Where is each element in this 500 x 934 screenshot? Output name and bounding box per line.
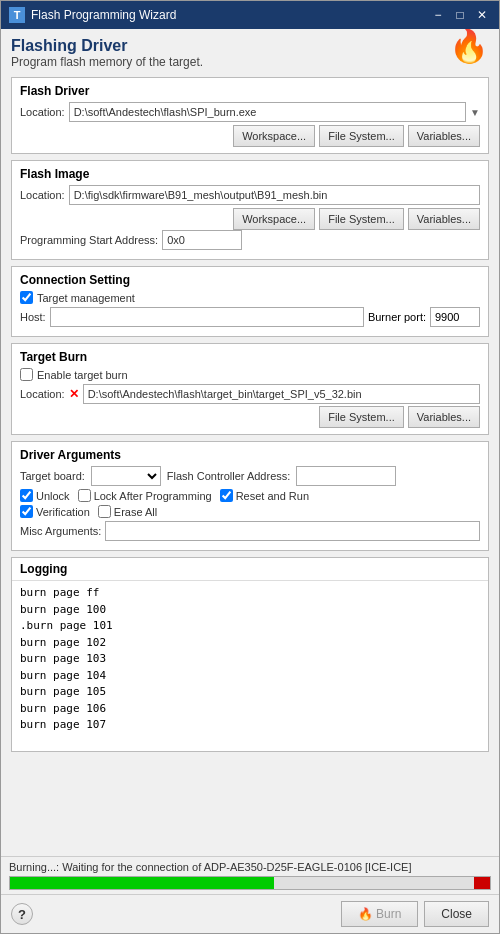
lock-after-checkbox[interactable] bbox=[78, 489, 91, 502]
reset-run-label: Reset and Run bbox=[236, 490, 309, 502]
flash-image-location-input[interactable] bbox=[69, 185, 480, 205]
connection-section: Connection Setting Target management Hos… bbox=[11, 266, 489, 337]
target-burn-title: Target Burn bbox=[20, 350, 480, 364]
maximize-button[interactable]: □ bbox=[451, 6, 469, 24]
status-message: Burning...: Waiting for the connection o… bbox=[9, 861, 491, 873]
lock-after-label-group: Lock After Programming bbox=[78, 489, 212, 502]
misc-args-row: Misc Arguments: bbox=[20, 521, 480, 541]
target-burn-btn-row: File System... Variables... bbox=[20, 406, 480, 428]
progress-container bbox=[9, 876, 491, 890]
target-management-checkbox[interactable] bbox=[20, 291, 33, 304]
flash-image-btn-row: Workspace... File System... Variables... bbox=[20, 208, 480, 230]
erase-all-checkbox[interactable] bbox=[98, 505, 111, 518]
window-title: Flash Programming Wizard bbox=[31, 8, 176, 22]
target-board-label: Target board: bbox=[20, 470, 85, 482]
target-burn-filesystem-button[interactable]: File System... bbox=[319, 406, 404, 428]
unlock-label: Unlock bbox=[36, 490, 70, 502]
host-label: Host: bbox=[20, 311, 46, 323]
app-icon: T bbox=[9, 7, 25, 23]
misc-args-input[interactable] bbox=[105, 521, 480, 541]
misc-args-label: Misc Arguments: bbox=[20, 525, 101, 537]
target-burn-location-input[interactable] bbox=[83, 384, 480, 404]
flash-driver-variables-button[interactable]: Variables... bbox=[408, 125, 480, 147]
flash-image-section: Flash Image Location: Workspace... File … bbox=[11, 160, 489, 260]
page-title: Flashing Driver bbox=[11, 37, 489, 55]
target-board-row: Target board: Flash Controller Address: bbox=[20, 466, 480, 486]
minimize-button[interactable]: − bbox=[429, 6, 447, 24]
logging-content[interactable]: burn page ffburn page 100.burn page 101b… bbox=[12, 581, 488, 751]
flash-image-location-row: Location: bbox=[20, 185, 480, 205]
flash-driver-section: Flash Driver Location: ▼ Workspace... Fi… bbox=[11, 77, 489, 154]
flash-driver-btn-row: Workspace... File System... Variables... bbox=[20, 125, 480, 147]
page-header: 🔥 Flashing Driver Program flash memory o… bbox=[11, 37, 489, 69]
erase-all-label: Erase All bbox=[114, 506, 157, 518]
title-bar: T Flash Programming Wizard − □ ✕ bbox=[1, 1, 499, 29]
start-address-input[interactable] bbox=[162, 230, 242, 250]
flash-image-location-label: Location: bbox=[20, 189, 65, 201]
flash-driver-workspace-button[interactable]: Workspace... bbox=[233, 125, 315, 147]
close-window-button[interactable]: ✕ bbox=[473, 6, 491, 24]
driver-args-section: Driver Arguments Target board: Flash Con… bbox=[11, 441, 489, 551]
host-input[interactable] bbox=[50, 307, 364, 327]
flash-controller-label: Flash Controller Address: bbox=[167, 470, 291, 482]
close-button[interactable]: Close bbox=[424, 901, 489, 927]
flash-driver-location-input[interactable] bbox=[69, 102, 466, 122]
enable-target-burn-label: Enable target burn bbox=[37, 369, 128, 381]
burner-port-input[interactable] bbox=[430, 307, 480, 327]
erase-all-label-group: Erase All bbox=[98, 505, 157, 518]
title-bar-controls: − □ ✕ bbox=[429, 6, 491, 24]
flash-controller-input[interactable] bbox=[296, 466, 396, 486]
target-burn-location-row: Location: ✕ bbox=[20, 384, 480, 404]
error-icon: ✕ bbox=[69, 387, 79, 401]
verification-label: Verification bbox=[36, 506, 90, 518]
bottom-bar: ? 🔥 Burn Close bbox=[1, 894, 499, 933]
enable-target-burn-row: Enable target burn bbox=[20, 368, 480, 381]
target-management-label: Target management bbox=[37, 292, 135, 304]
flash-image-workspace-button[interactable]: Workspace... bbox=[233, 208, 315, 230]
progress-end bbox=[474, 877, 490, 889]
start-address-label: Programming Start Address: bbox=[20, 234, 158, 246]
flash-image-variables-button[interactable]: Variables... bbox=[408, 208, 480, 230]
unlock-checkbox[interactable] bbox=[20, 489, 33, 502]
burner-port-label: Burner port: bbox=[368, 311, 426, 323]
main-window: T Flash Programming Wizard − □ ✕ 🔥 Flash… bbox=[0, 0, 500, 934]
flash-driver-filesystem-button[interactable]: File System... bbox=[319, 125, 404, 147]
flash-driver-dropdown-icon: ▼ bbox=[470, 107, 480, 118]
help-button[interactable]: ? bbox=[11, 903, 33, 925]
target-burn-variables-button[interactable]: Variables... bbox=[408, 406, 480, 428]
target-burn-section: Target Burn Enable target burn Location:… bbox=[11, 343, 489, 435]
reset-run-label-group: Reset and Run bbox=[220, 489, 309, 502]
verification-label-group: Verification bbox=[20, 505, 90, 518]
target-burn-location-label: Location: bbox=[20, 388, 65, 400]
logging-title: Logging bbox=[12, 558, 488, 581]
title-bar-left: T Flash Programming Wizard bbox=[9, 7, 176, 23]
connection-title: Connection Setting bbox=[20, 273, 480, 287]
verification-checkbox[interactable] bbox=[20, 505, 33, 518]
flash-driver-location-row: Location: ▼ bbox=[20, 102, 480, 122]
content-area: 🔥 Flashing Driver Program flash memory o… bbox=[1, 29, 499, 856]
driver-args-title: Driver Arguments bbox=[20, 448, 480, 462]
page-subtitle: Program flash memory of the target. bbox=[11, 55, 489, 69]
unlock-label-group: Unlock bbox=[20, 489, 70, 502]
reset-run-checkbox[interactable] bbox=[220, 489, 233, 502]
burn-button[interactable]: 🔥 Burn bbox=[341, 901, 419, 927]
flash-image-filesystem-button[interactable]: File System... bbox=[319, 208, 404, 230]
host-row: Host: Burner port: bbox=[20, 307, 480, 327]
start-address-row: Programming Start Address: bbox=[20, 230, 480, 250]
logging-section: Logging burn page ffburn page 100.burn p… bbox=[11, 557, 489, 752]
action-buttons: 🔥 Burn Close bbox=[341, 901, 489, 927]
driver-args-checkboxes-row2: Verification Erase All bbox=[20, 505, 480, 518]
target-board-select[interactable] bbox=[91, 466, 161, 486]
target-management-row: Target management bbox=[20, 291, 480, 304]
progress-bar bbox=[10, 877, 274, 889]
flame-icon: 🔥 bbox=[449, 29, 489, 65]
driver-args-checkboxes-row1: Unlock Lock After Programming Reset and … bbox=[20, 489, 480, 502]
flash-image-title: Flash Image bbox=[20, 167, 480, 181]
flash-driver-location-label: Location: bbox=[20, 106, 65, 118]
enable-target-burn-checkbox[interactable] bbox=[20, 368, 33, 381]
flash-driver-title: Flash Driver bbox=[20, 84, 480, 98]
status-bar: Burning...: Waiting for the connection o… bbox=[1, 856, 499, 894]
lock-after-label: Lock After Programming bbox=[94, 490, 212, 502]
